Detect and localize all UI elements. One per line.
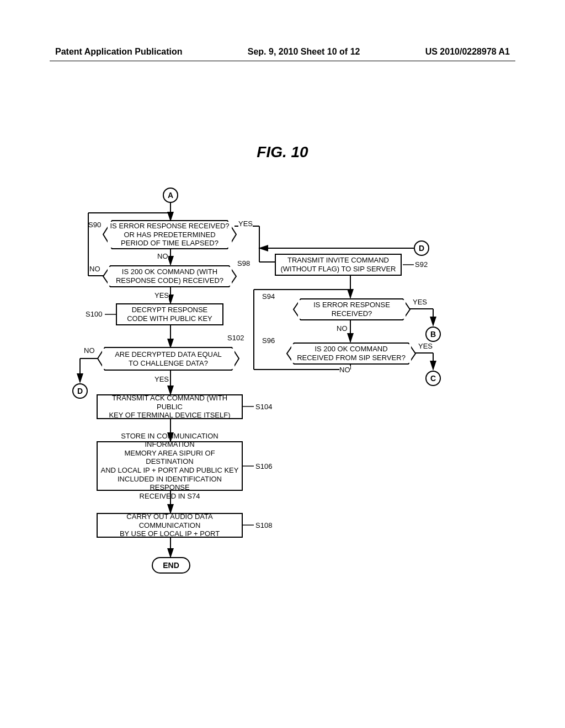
label-s94: S94 [262,292,275,301]
figure-title: FIG. 10 [257,143,308,161]
decision-s102: ARE DECRYPTED DATA EQUAL TO CHALLENGE DA… [102,349,234,369]
connector-a: A [163,188,178,203]
decision-s98: IS 200 OK COMMAND (WITH RESPONSE CODE) R… [108,267,232,286]
s98-no: NO [89,265,100,273]
label-s102: S102 [227,334,244,342]
header-right: US 2010/0228978 A1 [425,47,510,57]
process-s108: CARRY OUT AUDIO DATA COMMUNICATION BY US… [97,513,243,538]
decision-s94: IS ERROR RESPONSE RECEIVED? [298,300,406,319]
header-divider [50,61,515,61]
label-s106: S106 [255,462,272,470]
process-s100: DECRYPT RESPONSE CODE WITH PUBLIC KEY [116,303,223,325]
label-s92: S92 [415,260,428,269]
s96-no: NO [339,366,350,374]
flowchart-canvas: A IS ERROR RESPONSE RECEIVED? OR HAS PRE… [72,188,502,618]
label-s104: S104 [255,403,272,411]
process-s92: TRANSMIT INVITE COMMAND (WITHOUT FLAG) T… [275,254,402,276]
label-s98: S98 [237,259,250,267]
s94-no: NO [337,324,348,333]
header-center: Sep. 9, 2010 Sheet 10 of 12 [248,47,360,57]
s102-yes: YES [154,375,169,383]
decision-s90: IS ERROR RESPONSE RECEIVED? OR HAS PREDE… [108,222,232,248]
connector-d-left: D [72,383,88,399]
label-s90: S90 [88,221,101,229]
connector-c: C [425,371,441,386]
connector-b: B [425,326,441,342]
s98-yes: YES [154,291,169,299]
page-header: Patent Application Publication Sep. 9, 2… [0,47,565,57]
process-s104: TRANSMIT ACK COMMAND (WITH PUBLIC KEY OF… [97,394,243,419]
terminator-end: END [152,557,190,574]
process-s106: STORE IN COMMUNICATION INFORMATION MEMOR… [97,441,243,491]
s102-no: NO [84,346,95,355]
label-s108: S108 [255,521,272,529]
decision-s96: IS 200 OK COMMAND RECEIVED FROM SIP SERV… [291,344,411,363]
s90-no: NO [157,252,168,260]
header-left: Patent Application Publication [55,47,183,57]
connector-d-right: D [414,240,429,256]
s90-yes: YES [238,220,253,228]
label-s96: S96 [262,336,275,345]
label-s100: S100 [86,310,102,318]
s96-yes: YES [418,342,433,350]
s94-yes: YES [413,298,427,306]
